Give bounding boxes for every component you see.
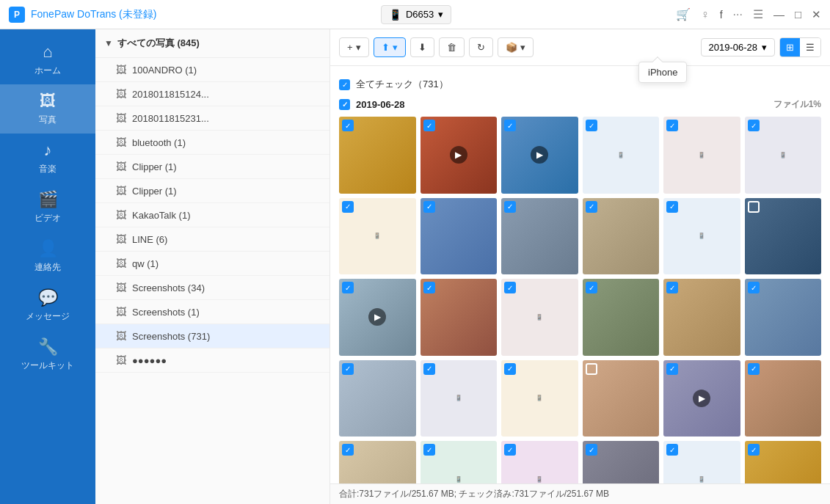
- facebook-icon[interactable]: f: [720, 9, 723, 21]
- photo-checkbox[interactable]: ✓: [504, 444, 516, 456]
- photo-thumbnail[interactable]: ✓: [745, 279, 822, 356]
- photo-checkbox[interactable]: ✓: [666, 444, 678, 456]
- folder-item[interactable]: 🖼 ●●●●●●: [95, 348, 330, 373]
- photo-checkbox[interactable]: ✓: [748, 120, 760, 131]
- photo-checkbox[interactable]: ✓: [342, 444, 354, 456]
- photo-thumbnail[interactable]: ✓ 📱: [339, 198, 416, 275]
- refresh-button[interactable]: ↻: [469, 37, 493, 57]
- device-selector[interactable]: 📱 D6653 ▾: [381, 5, 451, 24]
- photo-thumbnail[interactable]: ✓ 📱: [501, 441, 578, 483]
- sidebar-item-photos[interactable]: 🖼 写真: [0, 84, 95, 134]
- add-button[interactable]: + ▾: [339, 37, 369, 57]
- folder-item[interactable]: 🖼 Clipper (1): [95, 179, 330, 203]
- photo-thumbnail[interactable]: ✓: [745, 360, 822, 437]
- user-icon[interactable]: ♀: [701, 8, 710, 21]
- date-selector[interactable]: 2019-06-28 ▾: [701, 38, 776, 56]
- sidebar-item-contacts[interactable]: 👤 連絡先: [0, 232, 95, 281]
- folder-item[interactable]: 🖼 bluetooth (1): [95, 131, 330, 155]
- photo-checkbox[interactable]: ✓: [586, 444, 597, 456]
- photo-thumbnail[interactable]: ✓ 📱: [421, 441, 498, 483]
- photo-checkbox[interactable]: [586, 363, 597, 375]
- photo-thumbnail[interactable]: ✓▶: [421, 117, 498, 194]
- photo-thumbnail[interactable]: ✓▶: [339, 279, 416, 356]
- photo-thumbnail[interactable]: ✓: [745, 441, 822, 483]
- photo-checkbox[interactable]: ✓: [504, 201, 516, 213]
- photo-thumbnail[interactable]: ✓ 📱: [663, 198, 740, 275]
- photo-checkbox[interactable]: ✓: [666, 120, 678, 131]
- photo-thumbnail[interactable]: ✓: [583, 198, 660, 275]
- folder-item[interactable]: 🖼 Screenshots (34): [95, 276, 330, 300]
- photo-thumbnail[interactable]: ✓▶: [663, 360, 740, 437]
- photo-thumbnail[interactable]: ✓: [583, 279, 660, 356]
- sidebar-item-music[interactable]: ♪ 音楽: [0, 134, 95, 183]
- import-to-device-button[interactable]: ⬆ ▾: [374, 37, 406, 57]
- date-group-checkbox[interactable]: ✓: [339, 99, 350, 110]
- photo-checkbox[interactable]: ✓: [423, 444, 435, 456]
- photo-thumbnail[interactable]: ✓: [421, 279, 498, 356]
- folder-item[interactable]: 🖼 KakaoTalk (1): [95, 203, 330, 227]
- photo-thumbnail[interactable]: ✓ 📱: [583, 117, 660, 194]
- photo-thumbnail[interactable]: [583, 360, 660, 437]
- photo-thumbnail[interactable]: ✓ 📱: [501, 279, 578, 356]
- photo-checkbox[interactable]: ✓: [504, 120, 516, 131]
- photo-checkbox[interactable]: ✓: [423, 201, 435, 213]
- play-button[interactable]: ▶: [450, 146, 467, 164]
- sidebar-item-toolkit[interactable]: 🔧 ツールキット: [0, 330, 95, 379]
- export-to-pc-button[interactable]: ⬇: [410, 37, 434, 57]
- photo-checkbox[interactable]: ✓: [342, 201, 354, 213]
- photo-checkbox[interactable]: ✓: [586, 201, 597, 213]
- photo-checkbox[interactable]: ✓: [423, 282, 435, 293]
- folder-item[interactable]: 🖼 2018011815231...: [95, 106, 330, 131]
- photo-thumbnail[interactable]: ✓ 📱: [501, 360, 578, 437]
- delete-button[interactable]: 🗑: [439, 37, 465, 57]
- minimize-button[interactable]: —: [773, 8, 785, 21]
- folder-item[interactable]: 🖼 Screenshots (1): [95, 300, 330, 324]
- close-button[interactable]: ✕: [812, 8, 821, 21]
- photo-thumbnail[interactable]: ✓ 📱: [421, 360, 498, 437]
- sidebar-item-video[interactable]: 🎬 ビデオ: [0, 183, 95, 232]
- photo-thumbnail[interactable]: ✓ 📱: [663, 441, 740, 483]
- sidebar-item-home[interactable]: ⌂ ホーム: [0, 35, 95, 84]
- photo-thumbnail[interactable]: ✓ 📱: [745, 117, 822, 194]
- folder-item[interactable]: 🖼 2018011815124...: [95, 82, 330, 106]
- photo-thumbnail[interactable]: ✓: [339, 441, 416, 483]
- photo-checkbox[interactable]: ✓: [748, 363, 760, 375]
- photo-thumbnail[interactable]: ✓▶: [501, 117, 578, 194]
- photo-checkbox[interactable]: ✓: [504, 282, 516, 293]
- list-view-button[interactable]: ☰: [800, 38, 820, 56]
- photo-checkbox[interactable]: [748, 201, 760, 213]
- folder-item[interactable]: 🖼 Screenshots (731): [95, 324, 330, 348]
- photo-thumbnail[interactable]: ✓: [583, 441, 660, 483]
- photo-checkbox[interactable]: ✓: [586, 120, 597, 131]
- photo-thumbnail[interactable]: ✓ 📱: [663, 117, 740, 194]
- photo-checkbox[interactable]: ✓: [666, 201, 678, 213]
- photo-checkbox[interactable]: ✓: [342, 120, 354, 131]
- folder-item[interactable]: 🖼 Clipper (1): [95, 155, 330, 179]
- grid-view-button[interactable]: ⊞: [780, 38, 800, 56]
- photo-thumbnail[interactable]: ✓: [663, 279, 740, 356]
- sidebar-item-messages[interactable]: 💬 メッセージ: [0, 281, 95, 330]
- photo-checkbox[interactable]: ✓: [748, 282, 760, 293]
- folder-item[interactable]: 🖼 LINE (6): [95, 227, 330, 252]
- photo-checkbox[interactable]: ✓: [666, 363, 678, 375]
- photo-checkbox[interactable]: ✓: [423, 363, 435, 375]
- photo-thumbnail[interactable]: ✓: [421, 198, 498, 275]
- folder-item[interactable]: 🖼 100ANDRO (1): [95, 58, 330, 82]
- photo-checkbox[interactable]: ✓: [342, 282, 354, 293]
- photo-checkbox[interactable]: ✓: [423, 120, 435, 131]
- more-button[interactable]: 📦 ▾: [498, 37, 534, 57]
- play-button[interactable]: ▶: [368, 308, 386, 326]
- chat-icon[interactable]: ···: [733, 8, 743, 21]
- menu-icon[interactable]: ☰: [753, 7, 763, 21]
- maximize-button[interactable]: □: [795, 8, 801, 21]
- play-button[interactable]: ▶: [693, 390, 710, 407]
- play-button[interactable]: ▶: [531, 146, 548, 164]
- photo-checkbox[interactable]: ✓: [748, 444, 760, 456]
- photo-checkbox[interactable]: ✓: [342, 363, 354, 375]
- photo-thumbnail[interactable]: ✓: [339, 117, 416, 194]
- select-all-checkbox[interactable]: ✓: [339, 79, 350, 90]
- photo-thumbnail[interactable]: ✓: [501, 198, 578, 275]
- photo-thumbnail[interactable]: ✓: [339, 360, 416, 437]
- folder-item[interactable]: 🖼 qw (1): [95, 252, 330, 276]
- photo-checkbox[interactable]: ✓: [666, 282, 678, 293]
